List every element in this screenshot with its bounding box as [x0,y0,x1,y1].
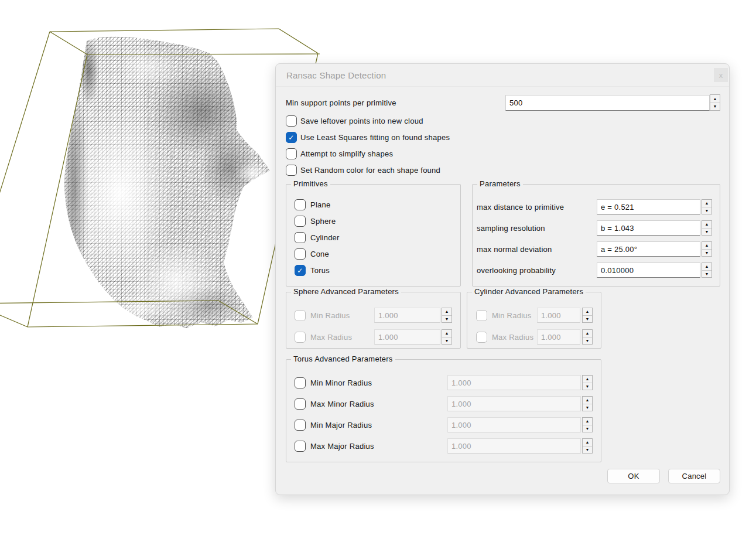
checkbox-label: Min Radius [492,310,532,321]
spin-down-icon[interactable]: ▼ [583,383,592,390]
checkbox-label: Max Major Radius [310,441,374,452]
checkbox-label: Torus [310,265,330,276]
close-button[interactable]: x [714,68,728,82]
torus-advanced-group: Torus Advanced Parameters ✓ Min Minor Ra… [286,359,601,462]
spin-up-icon[interactable]: ▲ [583,308,592,316]
cylinder-advanced-group: Cylinder Advanced Parameters ✓ Min Radiu… [467,292,601,349]
spinner[interactable]: ▲▼ [442,308,452,323]
min-support-spinner[interactable]: ▲ ▼ [710,94,720,111]
checkbox[interactable]: ✓ [476,310,487,321]
param-spinner[interactable]: ▲▼ [702,241,712,257]
spin-up-icon[interactable]: ▲ [442,308,451,316]
cylinder-max-radius-input: 1.000 [537,329,580,345]
spin-down-icon[interactable]: ▼ [583,425,592,432]
spin-up-icon[interactable]: ▲ [702,263,711,271]
check-icon: ✓ [288,134,294,141]
checkbox-label: Min Major Radius [310,420,372,431]
checkbox[interactable]: ✓ [295,398,306,410]
spinner[interactable]: ▲▼ [582,396,593,411]
spinner[interactable]: ▲▼ [582,308,593,323]
sphere-min-radius-input: 1.000 [374,308,440,323]
param-input-sampling-resolution[interactable]: b = 1.043 [597,220,700,236]
dialog-title: Ransac Shape Detection [286,70,386,80]
checkbox[interactable]: ✓ [295,232,306,243]
spin-down-icon[interactable]: ▼ [583,338,592,345]
checkbox-label: Sphere [310,216,336,227]
spin-up-icon[interactable]: ▲ [583,418,592,425]
checkbox[interactable]: ✓ [286,132,297,143]
spin-up-icon[interactable]: ▲ [442,330,451,338]
checkbox[interactable]: ✓ [295,420,306,431]
param-input-max-distance[interactable]: e = 0.521 [597,199,700,214]
spin-up-icon[interactable]: ▲ [583,397,592,404]
spin-down-icon[interactable]: ▼ [702,207,711,214]
spin-down-icon[interactable]: ▼ [583,316,592,323]
spin-up-icon[interactable]: ▲ [702,242,711,250]
checkbox-label: Use Least Squares fitting on found shape… [300,132,450,143]
checkbox[interactable]: ✓ [476,332,487,343]
spinner[interactable]: ▲▼ [582,417,593,432]
checkbox-label: Cone [310,248,329,260]
checkbox[interactable]: ✓ [295,332,306,343]
sphere-max-radius-input: 1.000 [374,329,440,345]
spinner[interactable]: ▲▼ [582,329,593,345]
checkbox-label: Set Random color for each shape found [300,165,440,176]
torus-max-major-radius-input: 1.000 [447,438,581,454]
checkbox-label: Min Radius [310,310,350,321]
close-icon: x [719,71,723,80]
checkbox[interactable]: ✓ [295,441,306,452]
spin-down-icon[interactable]: ▼ [583,404,592,411]
group-title: Primitives [291,179,330,188]
checkbox[interactable]: ✓ [295,199,306,210]
spinner[interactable]: ▲▼ [582,375,593,390]
param-spinner[interactable]: ▲▼ [702,220,712,236]
param-label: max normal deviation [477,244,552,255]
checkbox[interactable]: ✓ [295,377,306,388]
spin-down-icon[interactable]: ▼ [710,103,720,111]
spin-up-icon[interactable]: ▲ [702,221,711,229]
checkbox[interactable]: ✓ [295,310,306,321]
checkbox[interactable]: ✓ [286,115,297,127]
checkbox[interactable]: ✓ [295,265,306,276]
param-label: max distance to primitive [477,202,564,213]
spin-down-icon[interactable]: ▼ [583,446,592,454]
min-support-input[interactable]: 500 [505,95,710,111]
spin-down-icon[interactable]: ▼ [442,316,451,323]
spin-down-icon[interactable]: ▼ [702,271,711,278]
spin-down-icon[interactable]: ▼ [442,338,451,345]
primitives-group: Primitives ✓ Plane ✓ Sphere ✓ Cylinder ✓… [286,184,461,287]
param-label: overlooking probability [477,265,556,276]
checkbox-label: Save leftover points into new cloud [300,115,423,127]
spin-up-icon[interactable]: ▲ [702,200,711,207]
checkbox[interactable]: ✓ [295,248,306,260]
ransac-shape-detection-dialog: Ransac Shape Detection x Min support poi… [275,63,730,495]
param-input-overlooking-probability[interactable]: 0.010000 [597,263,700,278]
spinner[interactable]: ▲▼ [442,329,452,345]
checkbox[interactable]: ✓ [286,148,297,159]
cylinder-min-radius-input: 1.000 [537,308,580,323]
param-label: sampling resolution [477,223,545,234]
sphere-advanced-group: Sphere Advanced Parameters ✓ Min Radius … [286,292,461,349]
cancel-button[interactable]: Cancel [668,469,720,483]
spin-up-icon[interactable]: ▲ [583,376,592,383]
torus-min-minor-radius-input: 1.000 [447,375,581,390]
checkbox[interactable]: ✓ [286,165,297,176]
param-spinner[interactable]: ▲▼ [702,263,712,278]
spin-down-icon[interactable]: ▼ [702,229,711,236]
spin-down-icon[interactable]: ▼ [702,250,711,257]
checkbox-label: Max Minor Radius [310,398,374,410]
checkbox[interactable]: ✓ [295,216,306,227]
titlebar-separator [276,86,729,87]
spin-up-icon[interactable]: ▲ [710,95,720,103]
ok-button[interactable]: OK [607,469,660,483]
wireframe-mesh [35,23,287,340]
spin-up-icon[interactable]: ▲ [583,439,592,446]
spinner[interactable]: ▲▼ [582,438,593,454]
param-input-max-normal-deviation[interactable]: a = 25.00° [597,241,700,257]
min-support-label: Min support points per primitive [286,97,396,108]
check-icon: ✓ [297,267,303,274]
spin-up-icon[interactable]: ▲ [583,330,592,338]
torus-min-major-radius-input: 1.000 [447,417,581,432]
parameters-group: Parameters max distance to primitive e =… [472,184,720,287]
param-spinner[interactable]: ▲▼ [702,199,712,214]
